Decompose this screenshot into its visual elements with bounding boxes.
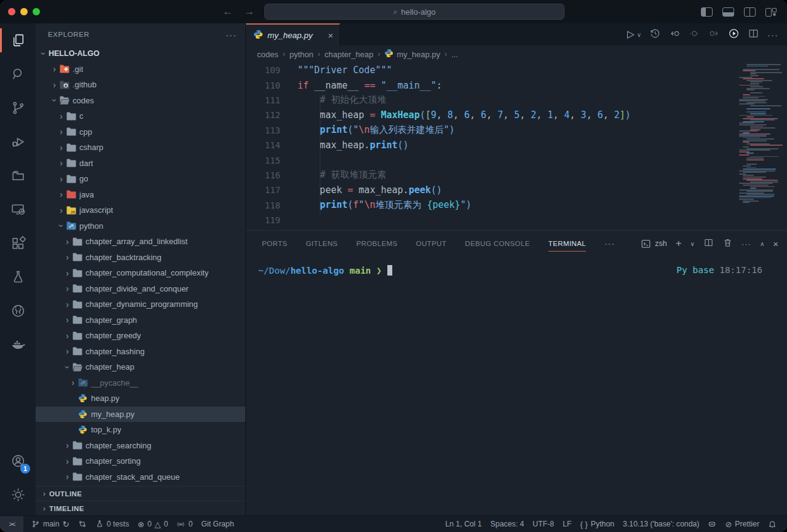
tree-item-chapter-hashing[interactable]: ›chapter_hashing: [36, 344, 245, 360]
new-terminal-icon[interactable]: +: [676, 237, 682, 250]
code-line-115[interactable]: 115: [246, 153, 787, 167]
code-line-117[interactable]: 117 peek = max_heap.peek(): [246, 183, 787, 197]
panel-more-actions-icon[interactable]: ···: [742, 239, 751, 248]
encoding-item[interactable]: UTF-8: [528, 516, 558, 532]
maximize-panel-icon[interactable]: ∧: [760, 240, 764, 247]
code-line-118[interactable]: 118 print(f"\n堆顶元素为 {peek}"): [246, 198, 787, 213]
terminal-dropdown-icon[interactable]: ∨: [690, 240, 695, 247]
code-line-116[interactable]: 116 # 获取堆顶元素: [246, 168, 787, 183]
activity-explorer-icon[interactable]: [0, 23, 36, 57]
tree-item-chapter-divide-and-conquer[interactable]: ›chapter_divide_and_conquer: [36, 281, 245, 297]
activity-extensions-icon[interactable]: [0, 226, 36, 260]
tree-item-hello-algo[interactable]: ›HELLO-ALGO: [36, 46, 245, 62]
tree-item-codes[interactable]: ›codes: [36, 93, 245, 109]
code-line-110[interactable]: 110if __name__ == "__main__":: [246, 77, 787, 92]
activity-settings-icon[interactable]: [0, 478, 36, 512]
command-center-search[interactable]: ⌕ hello-algo: [264, 4, 564, 20]
remote-indicator[interactable]: ><: [0, 516, 23, 532]
tree-item-chapter-searching[interactable]: ›chapter_searching: [36, 438, 245, 454]
tab-my-heap-py[interactable]: my_heap.py ×: [246, 23, 340, 46]
nav-forward-icon[interactable]: →: [244, 6, 255, 18]
open-changes-icon[interactable]: [689, 28, 700, 42]
tree-item-chapter-stack-and-queue[interactable]: ›chapter_stack_and_queue: [36, 469, 245, 485]
breadcrumb-item[interactable]: my_heap.py: [384, 49, 440, 60]
notifications-item[interactable]: [764, 516, 781, 532]
run-or-debug-icon[interactable]: [728, 28, 740, 42]
tree-item-chapter-graph[interactable]: ›chapter_graph: [36, 312, 245, 328]
close-panel-icon[interactable]: ×: [773, 239, 778, 249]
minimize-window-button[interactable]: [20, 8, 28, 15]
tests-status-item[interactable]: 0 tests: [91, 516, 133, 532]
tree-item--pycache-[interactable]: ›__pycache__: [36, 375, 245, 391]
run-dropdown-icon[interactable]: ∨: [637, 31, 641, 38]
problems-status-item[interactable]: ⊗ 0 △ 0: [133, 516, 173, 532]
outline-section[interactable]: › OUTLINE: [36, 486, 245, 501]
tree-item-heap-py[interactable]: heap.py: [36, 391, 245, 407]
eol-item[interactable]: LF: [558, 516, 575, 532]
panel-tab-ports[interactable]: PORTS: [262, 231, 287, 256]
panel-tab-output[interactable]: OUTPUT: [416, 231, 447, 256]
breadcrumb-item[interactable]: ...: [451, 50, 458, 59]
tree-item-top-k-py[interactable]: top_k.py: [36, 422, 245, 438]
code-line-109[interactable]: 109"""Driver Code""": [246, 63, 787, 77]
tree-item--git[interactable]: ›.git: [36, 62, 245, 77]
cursor-position-item[interactable]: Ln 1, Col 1: [441, 516, 486, 532]
close-window-button[interactable]: [8, 8, 15, 15]
language-mode-item[interactable]: { } Python: [576, 516, 619, 532]
tree-item-go[interactable]: ›go: [36, 171, 245, 187]
previous-change-icon[interactable]: [669, 28, 681, 42]
tree-item-python[interactable]: ›python: [36, 218, 245, 234]
timeline-section[interactable]: › TIMELINE: [36, 501, 245, 515]
indentation-item[interactable]: Spaces: 4: [486, 516, 529, 532]
nav-back-icon[interactable]: ←: [223, 6, 233, 18]
tree-item-chapter-dynamic-programming[interactable]: ›chapter_dynamic_programming: [36, 296, 245, 312]
tree-item-chapter-array-and-linkedlist[interactable]: ›chapter_array_and_linkedlist: [36, 234, 245, 250]
activity-run-debug-icon[interactable]: [0, 125, 36, 159]
tab-close-icon[interactable]: ×: [328, 30, 333, 41]
branch-status-item[interactable]: main ↻: [27, 516, 74, 532]
tree-item-chapter-greedy[interactable]: ›chapter_greedy: [36, 328, 245, 344]
code-line-112[interactable]: 112 max_heap = MaxHeap([9, 8, 6, 6, 7, 5…: [246, 108, 787, 122]
tree-item-my-heap-py[interactable]: my_heap.py: [36, 407, 245, 423]
run-python-file-button[interactable]: ∨: [624, 29, 641, 41]
tree-item--github[interactable]: ›.github: [36, 77, 245, 93]
tree-item-chapter-sorting[interactable]: ›chapter_sorting: [36, 453, 245, 469]
git-graph-status-item[interactable]: Git Graph: [197, 516, 238, 532]
ports-status-item[interactable]: 0: [172, 516, 197, 532]
gitlens-compare-item[interactable]: [74, 516, 91, 532]
panel-tab-terminal[interactable]: TERMINAL: [548, 231, 586, 256]
code-line-111[interactable]: 111 # 初始化大顶堆: [246, 93, 787, 108]
tree-item-java[interactable]: ›java: [36, 187, 245, 203]
breadcrumb-item[interactable]: python: [290, 50, 314, 59]
toggle-panel-icon[interactable]: [722, 7, 734, 17]
tree-item-chapter-heap[interactable]: ›chapter_heap: [36, 359, 245, 375]
activity-remote-explorer-icon[interactable]: [0, 193, 36, 226]
terminal-output[interactable]: ~/Dow/hello-algo main ❯ Py base 18:17:16: [246, 256, 787, 515]
next-change-icon[interactable]: [708, 28, 720, 42]
code-line-119[interactable]: 119: [246, 213, 787, 228]
activity-accounts-icon[interactable]: 1: [0, 444, 36, 478]
customize-layout-icon[interactable]: [765, 7, 777, 17]
toggle-primary-sidebar-icon[interactable]: [701, 7, 713, 17]
panel-more-tabs-icon[interactable]: ···: [604, 239, 615, 248]
activity-source-control-icon[interactable]: [0, 91, 36, 125]
breadcrumb-item[interactable]: codes: [257, 50, 279, 59]
tree-item-c[interactable]: ›c: [36, 108, 245, 124]
tree-item-csharp[interactable]: ›csharp: [36, 140, 245, 156]
split-editor-icon[interactable]: [748, 28, 759, 42]
zoom-window-button[interactable]: [33, 8, 40, 15]
tree-item-chapter-computational-complexity[interactable]: ›chapter_computational_complexity: [36, 265, 245, 281]
code-line-114[interactable]: 114 max_heap.print(): [246, 138, 787, 153]
panel-tab-debug-console[interactable]: DEBUG CONSOLE: [465, 231, 530, 256]
file-history-icon[interactable]: [649, 28, 661, 42]
activity-search-icon[interactable]: [0, 57, 36, 91]
activity-folders-icon[interactable]: [0, 159, 36, 193]
tree-item-chapter-backtracking[interactable]: ›chapter_backtracking: [36, 250, 245, 266]
activity-testing-icon[interactable]: [0, 260, 36, 294]
copilot-status-item[interactable]: [703, 516, 721, 532]
explorer-more-actions-icon[interactable]: ···: [226, 30, 237, 40]
python-interpreter-item[interactable]: 3.10.13 ('base': conda): [619, 516, 703, 532]
activity-github-icon[interactable]: [0, 294, 36, 328]
tree-item-dart[interactable]: ›dart: [36, 156, 245, 172]
prettier-status-item[interactable]: ⊘ Prettier: [721, 516, 764, 532]
